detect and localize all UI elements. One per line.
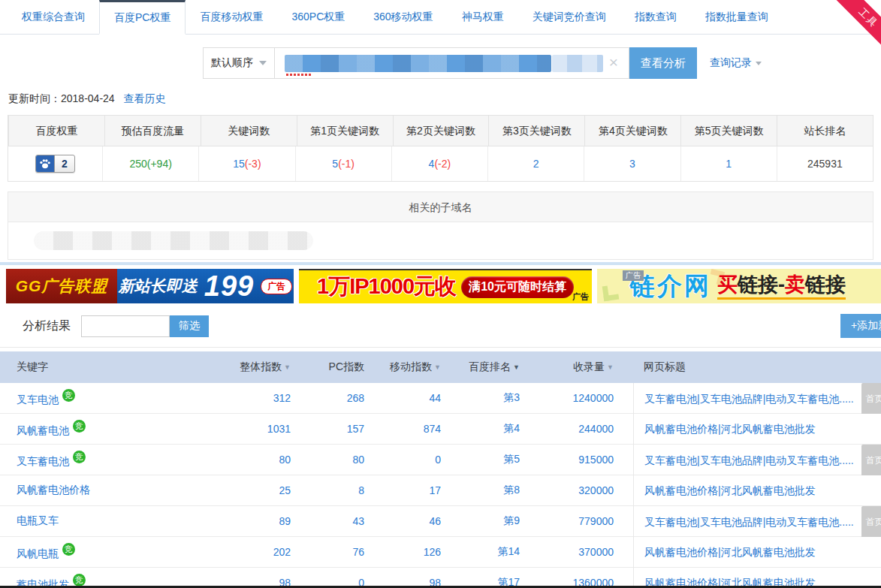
summary-value-cell[interactable]: 1 bbox=[680, 146, 777, 181]
query-history-link[interactable]: 查询记录 bbox=[710, 56, 762, 70]
page-title-link[interactable]: 风帆蓄电池价格|河北风帆蓄电池批发 bbox=[644, 546, 816, 558]
pc-index-value[interactable]: 268 bbox=[347, 392, 364, 404]
column-header-mobile-index[interactable]: 移动指数▼ bbox=[364, 360, 441, 374]
baidu-rank-value[interactable]: 第3 bbox=[503, 391, 520, 403]
tab[interactable]: 权重综合查询 bbox=[8, 0, 99, 34]
summary-change-value: (+94) bbox=[147, 158, 172, 170]
page-title-link[interactable]: 风帆蓄电池价格|河北风帆蓄电池批发 bbox=[644, 484, 816, 496]
column-header-baidu-rank[interactable]: 百度排名▼ bbox=[441, 360, 520, 374]
column-header-label: 移动指数 bbox=[390, 360, 432, 372]
pc-index-value[interactable]: 43 bbox=[352, 515, 364, 527]
pc-index-value[interactable]: 157 bbox=[347, 423, 364, 435]
ad-banner-gg-union[interactable]: GG广告联盟 新站长即送 199 广告 bbox=[6, 269, 294, 303]
summary-value-cell[interactable]: 250(+94) bbox=[102, 146, 198, 181]
keyword-link[interactable]: 叉车电池 bbox=[17, 394, 59, 406]
column-header-overall-index[interactable]: 整体指数▼ bbox=[227, 360, 291, 374]
clear-icon[interactable]: × bbox=[609, 54, 618, 70]
indexed-count-value[interactable]: 370000 bbox=[578, 546, 614, 558]
tab[interactable]: 关键词竞价查询 bbox=[518, 0, 620, 34]
mobile-index-cell: 126 bbox=[364, 546, 441, 558]
mobile-index-value[interactable]: 0 bbox=[435, 454, 441, 466]
sort-arrow-icon[interactable]: ▼ bbox=[284, 363, 291, 371]
pc-index-value[interactable]: 76 bbox=[352, 546, 364, 558]
summary-value-cell[interactable]: 5(-1) bbox=[295, 146, 391, 181]
sort-arrow-icon[interactable]: ▼ bbox=[607, 363, 614, 371]
keyword-link[interactable]: 叉车蓄电池 bbox=[17, 455, 69, 467]
summary-value-cell[interactable]: 4(-2) bbox=[391, 146, 487, 181]
indexed-count-value[interactable]: 244000 bbox=[578, 423, 614, 435]
overall-index-value[interactable]: 1031 bbox=[267, 423, 291, 435]
baidu-rank-value[interactable]: 第14 bbox=[497, 545, 520, 557]
query-history-label: 查询记录 bbox=[710, 56, 752, 70]
analysis-result-label: 分析结果 bbox=[23, 318, 71, 334]
sort-arrow-icon[interactable]: ▼ bbox=[513, 363, 520, 371]
page-title-link[interactable]: 叉车蓄电池|叉车电池品牌|电动叉车蓄电池..... bbox=[644, 516, 854, 528]
overall-index-value[interactable]: 202 bbox=[273, 546, 291, 558]
tab[interactable]: 360PC权重 bbox=[277, 0, 359, 34]
baidu-rank-cell: 第5 bbox=[441, 453, 520, 466]
summary-main-value: 5 bbox=[332, 158, 338, 170]
baidu-weight-badge[interactable]: 2 bbox=[35, 155, 75, 173]
indexed-count-value[interactable]: 320000 bbox=[578, 484, 614, 496]
pc-index-value[interactable]: 80 bbox=[352, 454, 364, 466]
sort-order-dropdown[interactable]: 默认顺序 bbox=[203, 47, 275, 79]
ad-lj-link1: 链接 bbox=[738, 273, 778, 296]
baidu-rank-value[interactable]: 第4 bbox=[503, 422, 520, 434]
summary-value-cell[interactable]: 15(-3) bbox=[198, 146, 294, 181]
pc-index-value[interactable]: 8 bbox=[358, 484, 364, 496]
page-title-link[interactable]: 叉车蓄电池|叉车电池品牌|电动叉车蓄电池..... bbox=[644, 393, 854, 405]
analyze-button[interactable]: 查看分析 bbox=[629, 47, 697, 79]
baidu-rank-value[interactable]: 第8 bbox=[503, 484, 520, 496]
mobile-index-value[interactable]: 126 bbox=[424, 546, 441, 558]
tab[interactable]: 百度移动权重 bbox=[186, 0, 277, 34]
summary-value-cell[interactable]: 2 bbox=[487, 146, 584, 181]
mobile-index-value[interactable]: 44 bbox=[429, 392, 441, 404]
corner-tools-ribbon[interactable]: 工具 bbox=[827, 0, 881, 54]
mobile-index-value[interactable]: 874 bbox=[424, 423, 441, 435]
overall-index-value[interactable]: 89 bbox=[279, 515, 291, 527]
search-input[interactable]: × bbox=[275, 47, 629, 79]
ad-banner-link-market[interactable]: 广告 链介网 买链接-卖链接 bbox=[597, 269, 881, 303]
sort-arrow-icon[interactable]: ▼ bbox=[434, 363, 441, 371]
tab[interactable]: 指数查询 bbox=[620, 0, 691, 34]
tab[interactable]: 指数批量查询 bbox=[691, 0, 783, 34]
keyword-link[interactable]: 电瓶叉车 bbox=[17, 514, 59, 526]
add-keyword-button[interactable]: +添加新词 bbox=[840, 314, 881, 338]
page-title-link[interactable]: 风帆蓄电池价格|河北风帆蓄电池批发 bbox=[644, 423, 816, 435]
tab[interactable]: 360移动权重 bbox=[359, 0, 447, 34]
tab-bar: 权重综合查询 百度PC权重 百度移动权重 360PC权重 360移动权重 神马权… bbox=[0, 0, 881, 35]
summary-value-cell[interactable]: 245931 bbox=[777, 146, 873, 181]
keyword-link[interactable]: 风帆蓄电池 bbox=[17, 424, 69, 436]
summary-header-row: 百度权重 预估百度流量 关键词数 第1页关键词数 第2页关键词数 第3页关键词数… bbox=[8, 116, 873, 146]
mobile-index-value[interactable]: 17 bbox=[429, 484, 441, 496]
keyword-link[interactable]: 风帆蓄电池价格 bbox=[17, 484, 90, 496]
view-history-link[interactable]: 查看历史 bbox=[124, 92, 166, 104]
filter-input[interactable] bbox=[81, 315, 170, 337]
indexed-count-value[interactable]: 779000 bbox=[578, 515, 614, 527]
keyword-link[interactable]: 风帆电瓶 bbox=[17, 547, 59, 559]
overall-index-value[interactable]: 312 bbox=[273, 392, 291, 404]
column-header-page-title: 网页标题 bbox=[633, 360, 881, 374]
overall-index-value[interactable]: 80 bbox=[279, 454, 291, 466]
bid-badge: 竞 bbox=[73, 420, 86, 433]
baidu-rank-value[interactable]: 第9 bbox=[503, 514, 520, 526]
overall-index-value[interactable]: 25 bbox=[279, 484, 291, 496]
tab[interactable]: 百度PC权重 bbox=[99, 0, 186, 35]
page-title-link[interactable]: 叉车蓄电池|叉车电池品牌|电动叉车蓄电池..... bbox=[644, 454, 854, 466]
baidu-rank-value[interactable]: 第5 bbox=[503, 453, 520, 465]
mobile-index-value[interactable]: 46 bbox=[429, 515, 441, 527]
ad-lj-sell: 卖 bbox=[785, 273, 805, 296]
indexed-count-value[interactable]: 915000 bbox=[578, 454, 614, 466]
filter-button[interactable]: 筛选 bbox=[170, 315, 209, 337]
indexed-count-value[interactable]: 1240000 bbox=[572, 392, 614, 404]
column-header-indexed-count[interactable]: 收录量▼ bbox=[520, 360, 614, 374]
ad-banner-ip-traffic[interactable]: 1万IP1000元收 满10元可随时结算 广告 bbox=[299, 269, 592, 303]
result-row: 风帆蓄电池价格竞 25 8 17 第8 320000 风帆蓄电池价格|河北风帆蓄… bbox=[0, 475, 881, 506]
update-time-value: 2018-04-24 bbox=[61, 92, 115, 104]
sort-order-label: 默认顺序 bbox=[211, 56, 253, 70]
summary-value-cell[interactable]: 3 bbox=[584, 146, 680, 181]
overall-index-cell: 80 bbox=[227, 454, 291, 466]
tab[interactable]: 神马权重 bbox=[448, 0, 518, 34]
indexed-count-cell: 779000 bbox=[520, 515, 614, 527]
ad-tag-badge: 广告 bbox=[623, 270, 644, 281]
